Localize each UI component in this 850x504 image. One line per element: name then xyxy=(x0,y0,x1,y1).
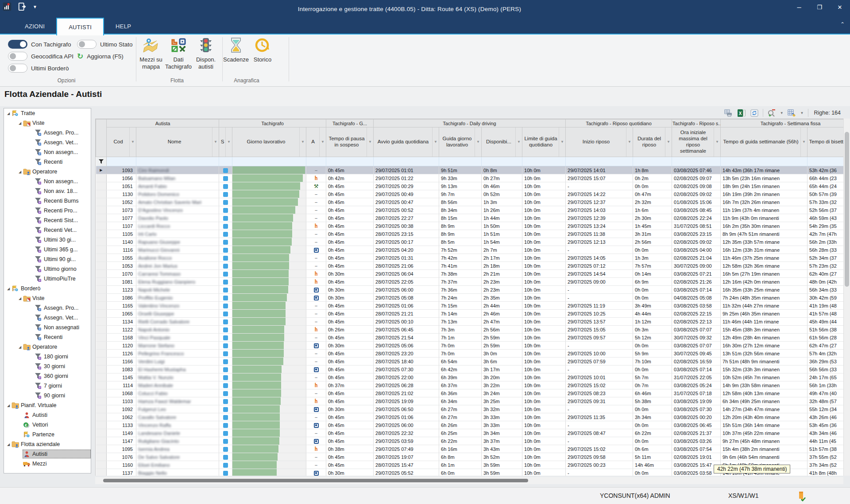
cell-nome[interactable]: Irti Carlo xyxy=(136,230,219,238)
cell-inizio[interactable]: - xyxy=(566,365,633,373)
cell-limite[interactable]: 10h 0m xyxy=(522,302,566,310)
cell-inizio[interactable]: 29/07/2025 00:23 xyxy=(566,461,633,469)
cell-cod[interactable]: 1086 xyxy=(107,294,136,302)
export-excel-icon[interactable]: X xyxy=(737,109,746,117)
column-header-a[interactable]: A▼ xyxy=(306,127,326,157)
cell-sett[interactable]: 11h 19m (37h 4m rimanen xyxy=(721,206,808,214)
cell-giorno[interactable] xyxy=(232,238,306,246)
filter-cell-nome[interactable] xyxy=(136,157,219,166)
cell-ora[interactable]: 03/08/2025 07:07 xyxy=(672,326,721,334)
cell-giorno[interactable] xyxy=(232,461,306,469)
cell-limite[interactable]: 10h 0m xyxy=(522,174,566,182)
cell-sett[interactable]: 9h 25m (46h 35m rimanen xyxy=(721,310,808,318)
cell-disp[interactable]: 3h 59m xyxy=(482,461,522,469)
cell-inizio[interactable]: - xyxy=(566,286,633,294)
table-row[interactable]: 1122Napoli Antonioh0h 26m29/07/2025 06:4… xyxy=(96,326,844,334)
cell-cod[interactable]: 1081 xyxy=(107,278,136,286)
cell-inizio[interactable]: 29/07/2025 15:07 xyxy=(566,174,633,182)
cell-avvio[interactable]: 29/07/2025 06:50 xyxy=(374,405,439,413)
cell-ora[interactable]: 03/08/2025 19:09 xyxy=(672,397,721,405)
cell-nome[interactable]: Fulgenzi Leo xyxy=(136,405,219,413)
cell-acol[interactable]: – xyxy=(306,413,326,421)
cell-disp[interactable]: 3h 32m xyxy=(482,405,522,413)
cell-acol[interactable]: h xyxy=(306,445,326,453)
cell-scol[interactable] xyxy=(219,262,232,270)
sidebar-item-recenti-vet[interactable]: Recenti Vet... xyxy=(4,225,91,235)
cell-nome[interactable]: Andrei Jon Marius xyxy=(136,262,219,270)
cell-avvio[interactable]: 29/07/2025 05:52 xyxy=(374,469,439,476)
cell-guida[interactable]: 6h 26m xyxy=(439,421,482,429)
cell-nome[interactable]: Proffito Eugenio xyxy=(136,294,219,302)
cell-cod[interactable]: 1134 xyxy=(107,318,136,326)
cell-bisett[interactable]: 41h 19m (48 xyxy=(808,302,843,310)
cell-giorno[interactable] xyxy=(232,174,306,182)
cell-nome[interactable]: Cavallo Salvatore xyxy=(136,413,219,421)
cell-acol[interactable]: – xyxy=(306,190,326,198)
cell-durata[interactable]: 5h 11m xyxy=(633,453,672,461)
sidebar-item-operatore[interactable]: ◢Operatore xyxy=(4,342,91,352)
cell-giorno[interactable] xyxy=(232,381,306,389)
cell-ind[interactable] xyxy=(96,270,107,278)
cell-avvio[interactable]: 29/07/2025 05:06 xyxy=(374,342,439,350)
cell-durata[interactable]: 0h 0m xyxy=(633,294,672,302)
cell-guida[interactable]: 7h 13m xyxy=(439,318,482,326)
cell-acol[interactable]: – xyxy=(306,310,326,318)
cell-pausa[interactable]: 0h 45m xyxy=(326,334,374,342)
cell-giorno[interactable] xyxy=(232,389,306,397)
cell-avvio[interactable]: 29/07/2025 04:20 xyxy=(374,246,439,254)
cell-bisett[interactable]: 62h 40m (27 xyxy=(808,270,843,278)
cell-scol[interactable] xyxy=(219,294,232,302)
table-row[interactable]: 1140Rapuano Giuseppe–0h 45m29/07/2025 00… xyxy=(96,238,844,246)
cell-giorno[interactable] xyxy=(232,230,306,238)
cell-sett[interactable]: 18h 9m (24h 15m rimanen xyxy=(721,182,808,190)
cell-disp[interactable]: 0h 8m xyxy=(482,166,522,174)
tree-expander-icon[interactable]: ◢ xyxy=(17,121,23,125)
cell-inizio[interactable]: 29/07/2025 07:12 xyxy=(566,262,633,270)
table-row[interactable]: 1068Colucci Fabio–0h 45m28/07/2025 21:02… xyxy=(96,389,844,397)
cell-limite[interactable]: 10h 0m xyxy=(522,397,566,405)
cell-guida[interactable]: 6h 8m xyxy=(439,453,482,461)
cell-nome[interactable]: Napoli Antonio xyxy=(136,326,219,334)
grid-customize-icon[interactable] xyxy=(788,109,796,117)
cell-bisett[interactable]: 45h 49m (44 xyxy=(808,318,843,326)
cell-cod[interactable]: 1133 xyxy=(107,421,136,429)
cell-guida[interactable]: 6h 34m xyxy=(439,397,482,405)
cell-sett[interactable]: 16h 12m (33h 31m rimane xyxy=(721,246,808,254)
cell-ind[interactable] xyxy=(96,310,107,318)
table-row[interactable]: 1114Maderi Annibaleh0h 37m29/07/2025 06:… xyxy=(96,381,844,389)
cell-giorno[interactable] xyxy=(232,453,306,461)
cell-ora[interactable]: 02/08/2025 21:26 xyxy=(672,278,721,286)
cell-bisett[interactable]: 36h 29m (53 xyxy=(808,358,843,365)
cell-avvio[interactable]: 29/07/2025 00:10 xyxy=(374,318,439,326)
cell-ora[interactable]: 30/07/2025 09:00 xyxy=(672,262,721,270)
cell-sett[interactable]: 12h 58m (32h 36m rimane xyxy=(721,262,808,270)
cell-giorno[interactable] xyxy=(232,437,306,445)
tree-expander-icon[interactable]: ◢ xyxy=(6,287,11,291)
cell-ora[interactable]: 31/07/2025 22:05 xyxy=(672,373,721,381)
cell-ora[interactable]: 02/08/2025 09:08 xyxy=(672,182,721,190)
filter-cell-a[interactable] xyxy=(306,157,326,166)
cell-cod[interactable]: 1062 xyxy=(107,413,136,421)
cell-pausa[interactable]: 0h 45m xyxy=(326,350,374,358)
cell-ora[interactable]: 03/08/2025 07:14 xyxy=(672,286,721,294)
cell-sett[interactable]: 12h 49m (28h 4m rimanen xyxy=(721,334,808,342)
cell-sett[interactable]: 16h 5m (27h 19m rimanen xyxy=(721,270,808,278)
cell-guida[interactable]: 8h 5m xyxy=(439,238,482,246)
cell-guida[interactable]: 7h 14m xyxy=(439,310,482,318)
cell-disp[interactable]: 3h 25m xyxy=(482,397,522,405)
cell-scol[interactable] xyxy=(219,254,232,262)
cell-bisett[interactable]: 43h 26m (46 xyxy=(808,413,843,421)
sidebar-item-recenti-burns[interactable]: Recenti Burns xyxy=(4,196,91,206)
cell-cod[interactable]: 1147 xyxy=(107,437,136,445)
column-filter-dropdown-icon[interactable]: ▼ xyxy=(432,127,439,157)
cell-nome[interactable]: Rapuano Giuseppe xyxy=(136,238,219,246)
cell-pausa[interactable]: 0h 45m xyxy=(326,246,374,254)
column-header-disp[interactable]: Disponibi...▼ xyxy=(482,127,522,157)
sidebar-item-recenti-pro[interactable]: Recenti Pro... xyxy=(4,206,91,215)
cell-cod[interactable]: 1083 xyxy=(107,365,136,373)
cell-disp[interactable]: 3h 34m xyxy=(482,429,522,437)
cell-bisett[interactable]: 51h 57m (38 xyxy=(808,445,843,453)
sidebar-item-partenze[interactable]: Partenze xyxy=(4,430,91,439)
cell-bisett[interactable]: 65h 44m (24 xyxy=(808,182,843,190)
cell-guida[interactable]: 6h 16m xyxy=(439,445,482,453)
